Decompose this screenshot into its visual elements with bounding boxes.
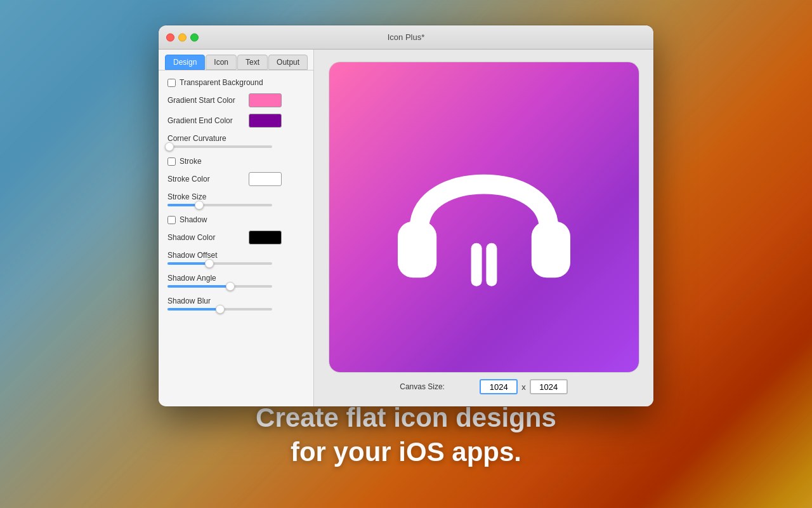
tab-output[interactable]: Output [268,55,308,70]
shadow-blur-track [167,308,272,311]
stroke-color-row: Stroke Color [167,172,304,186]
traffic-lights [166,33,199,41]
shadow-angle-track [167,285,272,288]
shadow-angle-thumb[interactable] [226,282,235,291]
gradient-start-swatch[interactable] [249,93,282,107]
gradient-end-row: Gradient End Color [167,114,304,128]
svg-rect-3 [544,224,555,250]
stroke-size-track [167,204,272,206]
stroke-color-swatch[interactable] [249,172,282,186]
tab-text[interactable]: Text [237,55,268,70]
stroke-row: Stroke [167,157,304,166]
window-body: Design Icon Text Output Transparent Back… [159,50,653,406]
window-title: Icon Plus* [388,32,425,42]
minimize-button[interactable] [178,33,187,41]
shadow-color-label: Shadow Color [167,233,244,242]
shadow-color-swatch[interactable] [249,231,282,244]
svg-rect-2 [412,224,423,250]
canvas-x-label: x [521,382,526,392]
transparent-bg-row: Transparent Background [167,78,304,87]
shadow-angle-label: Shadow Angle [167,274,304,283]
canvas-size-row: Canvas Size: x [400,379,568,394]
corner-curvature-container: Corner Curvature [167,134,304,148]
shadow-offset-fill [167,262,209,265]
shadow-offset-track [167,262,272,265]
gradient-start-label: Gradient Start Color [167,96,244,105]
shadow-offset-thumb[interactable] [205,259,214,268]
shadow-offset-container: Shadow Offset [167,251,304,265]
shadow-blur-label: Shadow Blur [167,297,304,305]
promo-text: Create flat icon designs for your iOS ap… [0,401,812,470]
corner-curvature-label: Corner Curvature [167,134,304,143]
shadow-offset-label: Shadow Offset [167,251,304,260]
tab-icon[interactable]: Icon [206,55,237,70]
svg-rect-4 [471,243,481,286]
stroke-size-label: Stroke Size [167,192,304,201]
close-button[interactable] [166,33,174,41]
shadow-blur-fill [167,308,220,311]
gradient-end-swatch[interactable] [249,114,282,128]
stroke-color-label: Stroke Color [167,175,244,184]
stroke-size-thumb[interactable] [195,201,204,210]
shadow-label: Shadow [180,215,207,224]
gradient-end-label: Gradient End Color [167,116,244,125]
shadow-color-row: Shadow Color [167,231,304,244]
tab-bar: Design Icon Text Output [159,50,313,70]
shadow-blur-container: Shadow Blur [167,297,304,311]
svg-rect-5 [486,243,497,286]
corner-curvature-track [167,145,272,148]
canvas-width-input[interactable] [480,379,518,394]
stroke-checkbox[interactable] [167,157,176,166]
shadow-blur-thumb[interactable] [216,305,225,314]
canvas-height-input[interactable] [530,379,568,394]
shadow-row: Shadow [167,215,304,224]
canvas-size-label: Canvas Size: [400,382,476,391]
corner-curvature-thumb[interactable] [165,142,174,151]
app-window: Icon Plus* Design Icon Text Output Trans… [159,25,653,406]
transparent-bg-checkbox[interactable] [167,79,176,87]
maximize-button[interactable] [190,33,199,41]
transparent-bg-label: Transparent Background [180,78,263,87]
tab-design[interactable]: Design [165,55,205,70]
titlebar: Icon Plus* [159,25,653,50]
shadow-angle-container: Shadow Angle [167,274,304,288]
right-panel: Canvas Size: x [314,50,653,406]
shadow-angle-fill [167,285,230,288]
headphone-icon [376,109,592,325]
panel-content: Transparent Background Gradient Start Co… [159,70,313,406]
shadow-checkbox[interactable] [167,216,176,224]
left-panel: Design Icon Text Output Transparent Back… [159,50,314,406]
stroke-size-container: Stroke Size [167,192,304,206]
stroke-label: Stroke [180,157,202,166]
gradient-start-row: Gradient Start Color [167,93,304,107]
canvas-area [329,62,639,373]
